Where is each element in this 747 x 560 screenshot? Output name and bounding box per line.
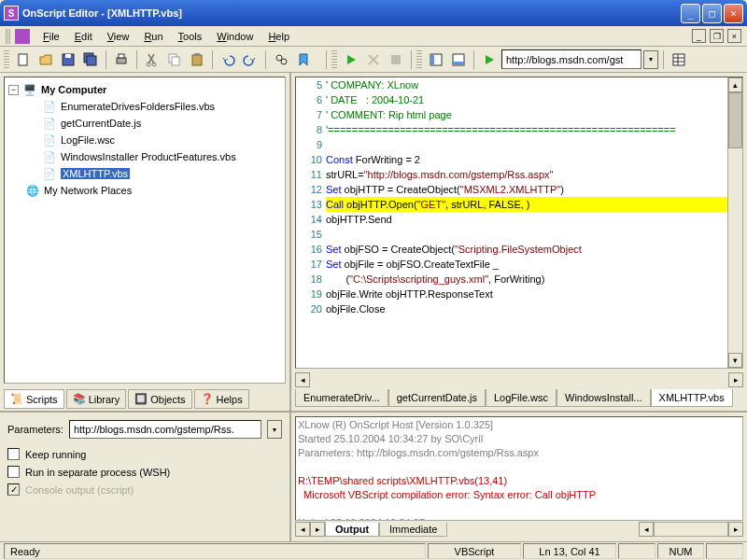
- close-button[interactable]: ×: [724, 4, 743, 23]
- code-content[interactable]: ' COMPANY: XLnow' DATE : 2004-10-21' COM…: [326, 77, 727, 368]
- toolbar-grip-2[interactable]: [331, 50, 337, 69]
- scroll-up-button[interactable]: ▴: [728, 77, 742, 92]
- tree-item[interactable]: LogFile.wsc: [61, 134, 115, 146]
- svg-rect-12: [194, 53, 200, 56]
- out-scroll-right[interactable]: ▸: [310, 522, 325, 537]
- bookmark-button[interactable]: [293, 49, 314, 70]
- svg-rect-19: [453, 62, 464, 65]
- tree-root-mycomputer[interactable]: My Computer: [41, 84, 106, 95]
- url-dropdown-button[interactable]: ▾: [643, 50, 658, 69]
- toolbar-grip[interactable]: [4, 50, 9, 69]
- horizontal-scrollbar[interactable]: ◂ ▸: [295, 372, 743, 387]
- output-pane: XLnow (R) OnScript Host [Version 1.0.325…: [291, 413, 747, 541]
- keep-running-label: Keep running: [25, 449, 86, 460]
- stop-button[interactable]: [386, 49, 406, 70]
- svg-rect-5: [117, 58, 126, 63]
- script-file-icon: 📄: [42, 116, 57, 131]
- mdi-restore-button[interactable]: ❐: [710, 29, 724, 43]
- script-file-icon: 📄: [42, 149, 57, 164]
- objects-icon: 🔲: [134, 393, 148, 405]
- panel1-button[interactable]: [426, 49, 446, 70]
- run-button[interactable]: [341, 49, 361, 70]
- tree-item[interactable]: getCurrentDate.js: [61, 118, 141, 129]
- scroll-right-button[interactable]: ▸: [728, 372, 743, 387]
- toolbar: ▾: [0, 47, 747, 73]
- save-button[interactable]: [58, 49, 78, 70]
- parameters-input[interactable]: [69, 420, 261, 439]
- side-tab-library[interactable]: 📚Library: [66, 389, 127, 409]
- minimize-button[interactable]: _: [681, 4, 700, 23]
- parameters-dropdown-button[interactable]: ▾: [267, 420, 282, 439]
- menu-view[interactable]: View: [100, 28, 137, 45]
- svg-rect-17: [430, 54, 434, 65]
- line-gutter: 567891011121314151617181920: [296, 77, 326, 368]
- print-button[interactable]: [111, 49, 132, 70]
- cut-button[interactable]: [142, 49, 162, 70]
- svg-point-14: [281, 59, 287, 64]
- output-area[interactable]: XLnow (R) OnScript Host [Version 1.0.325…: [295, 416, 743, 521]
- editor-tab[interactable]: WindowsInstall...: [557, 389, 651, 407]
- find-button[interactable]: [271, 49, 291, 70]
- go-button[interactable]: [479, 49, 500, 70]
- editor-tab[interactable]: getCurrentDate.js: [388, 389, 486, 407]
- side-tab-objects[interactable]: 🔲Objects: [128, 389, 191, 409]
- code-editor[interactable]: 567891011121314151617181920 ' COMPANY: X…: [295, 77, 743, 369]
- keep-running-checkbox[interactable]: [7, 448, 20, 460]
- statusbar: Ready VBScript Ln 13, Col 41 NUM: [0, 541, 747, 560]
- side-tab-helps[interactable]: ❓Helps: [194, 389, 249, 409]
- tree-item[interactable]: WindowsInstaller ProductFeatures.vbs: [61, 151, 236, 162]
- stop2-button[interactable]: [363, 49, 384, 70]
- tree-item[interactable]: EnumerateDrivesFoldersFiles.vbs: [61, 101, 215, 112]
- script-file-icon: 📄: [42, 133, 57, 147]
- panel2-button[interactable]: [448, 49, 469, 70]
- editor-tabs: EnumerateDriv...getCurrentDate.jsLogFile…: [291, 389, 747, 411]
- open-button[interactable]: [35, 49, 56, 70]
- script-file-icon: 📄: [42, 166, 57, 181]
- menu-file[interactable]: File: [35, 28, 67, 45]
- copy-button[interactable]: [164, 49, 185, 70]
- out-hscroll-right[interactable]: ▸: [728, 522, 743, 537]
- out-scroll-left[interactable]: ◂: [295, 522, 310, 537]
- menu-help[interactable]: Help: [261, 28, 297, 45]
- editor-tab[interactable]: EnumerateDriv...: [295, 389, 388, 407]
- collapse-icon[interactable]: −: [8, 85, 19, 95]
- immediate-tab[interactable]: Immediate: [379, 523, 447, 537]
- save-all-button[interactable]: [80, 49, 101, 70]
- svg-rect-2: [65, 54, 71, 58]
- menu-grip[interactable]: [6, 29, 11, 44]
- editor-tab[interactable]: LogFile.wsc: [486, 389, 557, 407]
- menu-window[interactable]: Window: [209, 28, 261, 45]
- menu-tools[interactable]: Tools: [171, 28, 210, 45]
- scroll-down-button[interactable]: ▾: [728, 353, 742, 368]
- computer-icon: 🖥️: [22, 82, 37, 97]
- side-tab-scripts[interactable]: 📜Scripts: [4, 389, 64, 409]
- new-button[interactable]: [13, 49, 34, 70]
- scroll-thumb[interactable]: [728, 92, 742, 148]
- url-input[interactable]: [501, 49, 641, 69]
- app-icon: S: [4, 6, 19, 21]
- titlebar: S OnScript Editor - [XMLHTTP.vbs] _ □ ×: [0, 0, 747, 26]
- svg-rect-15: [391, 55, 401, 64]
- tree-view[interactable]: −🖥️My Computer 📄EnumerateDrivesFoldersFi…: [4, 77, 286, 384]
- menu-edit[interactable]: Edit: [67, 28, 100, 45]
- tree-root-network[interactable]: My Network Places: [44, 185, 132, 196]
- grid-button[interactable]: [669, 49, 689, 70]
- mdi-close-button[interactable]: ×: [727, 29, 741, 43]
- window-title: OnScript Editor - [XMLHTTP.vbs]: [22, 7, 681, 19]
- undo-button[interactable]: [218, 49, 238, 70]
- redo-button[interactable]: [240, 49, 261, 70]
- out-hscroll-left[interactable]: ◂: [639, 522, 654, 537]
- mdi-minimize-button[interactable]: _: [692, 29, 706, 43]
- editor-tab[interactable]: XMLHTTP.vbs: [651, 389, 733, 407]
- maximize-button[interactable]: □: [702, 4, 722, 23]
- tree-item[interactable]: XMLHTTP.vbs: [61, 168, 130, 179]
- paste-button[interactable]: [187, 49, 207, 70]
- vertical-scrollbar[interactable]: ▴ ▾: [727, 77, 742, 368]
- scroll-left-button[interactable]: ◂: [295, 372, 310, 387]
- separate-process-checkbox[interactable]: [7, 466, 20, 478]
- svg-rect-11: [192, 55, 202, 65]
- console-output-label: Console output (cscript): [25, 484, 134, 496]
- menu-run[interactable]: Run: [136, 28, 170, 45]
- toolbar-grip-3[interactable]: [416, 50, 422, 69]
- output-tab[interactable]: Output: [325, 523, 379, 537]
